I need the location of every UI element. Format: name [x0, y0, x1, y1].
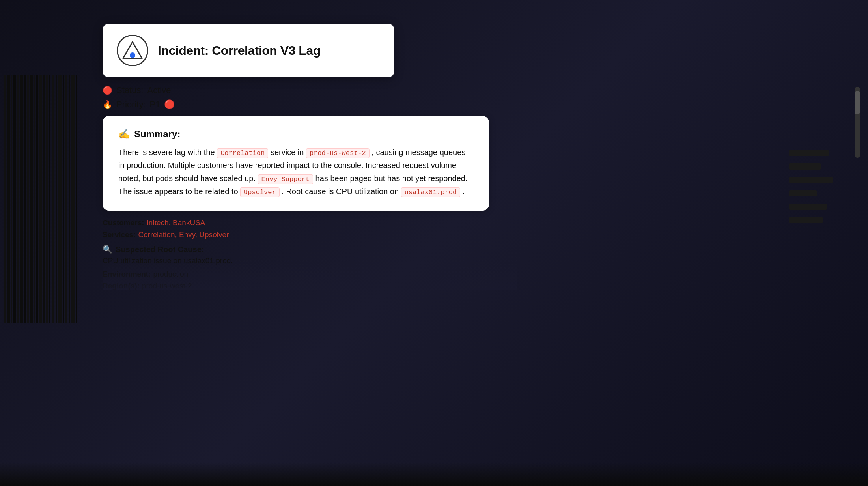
priority-fire-icon: 🔥 [103, 100, 112, 109]
right-decoration [789, 150, 836, 223]
root-cause-emoji: 🔍 [103, 245, 112, 254]
root-cause-label: Suspected Root Cause: [116, 245, 204, 254]
environment-label: Environment: [103, 270, 151, 279]
priority-line: 🔥 Priority: P1 🔴 [103, 99, 517, 110]
regions-value: prod-us-west-2 [142, 282, 192, 290]
upsolver-highlight: Upsolver [240, 187, 280, 197]
scrollbar[interactable] [855, 87, 860, 158]
incident-header-card: Incident: Correlation V3 Lag [103, 24, 394, 77]
priority-value: P1 [150, 99, 161, 110]
customers-label: Customers: [103, 219, 144, 227]
correlation-highlight: Correlation [217, 148, 268, 158]
details-area: Customers: Initech, BankUSA Services: Co… [103, 219, 517, 290]
support-highlight: Envy Support [258, 174, 313, 184]
root-cause-title: 🔍 Suspected Root Cause: [103, 245, 517, 254]
summary-part4: . Root cause is CPU utilization on [282, 187, 399, 196]
region-highlight: prod-us-west-2 [306, 148, 370, 158]
regions-label: Region(s): [103, 282, 140, 290]
priority-label: Priority: [116, 99, 146, 110]
summary-emoji: ✍️ [118, 129, 130, 140]
status-label: Status: [116, 85, 143, 95]
status-line: 🔴 Status: Active [103, 85, 517, 95]
summary-body: There is severe lag with the Correlation… [118, 146, 473, 198]
main-content: Incident: Correlation V3 Lag 🔴 Status: A… [103, 24, 517, 293]
customers-row: Customers: Initech, BankUSA [103, 219, 517, 227]
scrollbar-thumb[interactable] [855, 91, 860, 114]
summary-end: . [463, 187, 465, 196]
status-priority-area: 🔴 Status: Active 🔥 Priority: P1 🔴 [103, 85, 517, 110]
summary-title: ✍️ Summary: [118, 129, 473, 140]
summary-card: ✍️ Summary: There is severe lag with the… [103, 116, 489, 211]
environment-row: Environment: production [103, 270, 517, 279]
customers-value: Initech, BankUSA [147, 219, 205, 227]
status-icon: 🔴 [103, 86, 112, 95]
summary-middle: service in [271, 148, 304, 157]
regions-row: Region(s): prod-us-west-2 [103, 282, 517, 290]
priority-dot-icon: 🔴 [164, 99, 175, 110]
bottom-fade [0, 462, 868, 486]
root-cause-value: CPU utilization issue on usalax01.prod. [103, 256, 233, 265]
summary-label: Summary: [134, 129, 180, 140]
logo-inner [122, 40, 143, 61]
status-value: Active [147, 85, 171, 95]
services-value: Correlation, Envy, Upsolver [138, 230, 229, 239]
app-logo [117, 35, 148, 66]
svg-point-1 [130, 52, 135, 58]
incident-title: Incident: Correlation V3 Lag [158, 43, 321, 58]
summary-prefix: There is severe lag with the [118, 148, 215, 157]
services-label: Services: [103, 230, 136, 239]
environment-value: production [153, 270, 188, 279]
services-row: Services: Correlation, Envy, Upsolver [103, 230, 517, 239]
root-cause-row: CPU utilization issue on usalax01.prod. [103, 256, 517, 265]
barcode-decoration-left [0, 71, 103, 327]
host-highlight: usalax01.prod [401, 187, 461, 197]
logo-svg [122, 40, 143, 61]
